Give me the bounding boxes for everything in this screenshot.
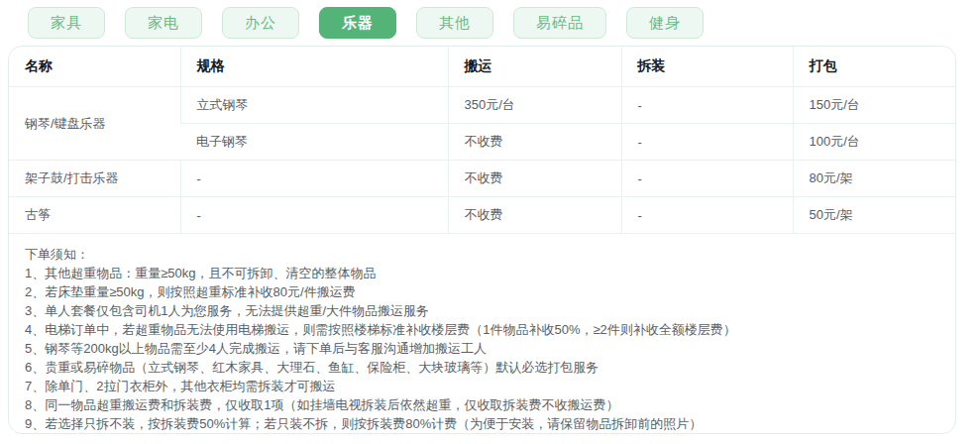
move-fee-cell: 不收费 [448,124,621,161]
pricing-table: 名称 规格 搬运 拆装 打包 钢琴/键盘乐器 立式钢琴 350元/台 - 150… [9,47,956,234]
table-row: 钢琴/键盘乐器 立式钢琴 350元/台 - 150元/台 [9,87,956,124]
pack-fee-cell: 80元/架 [793,161,956,197]
table-row: 古筝 - 不收费 - 50元/架 [9,197,956,234]
item-name-cell: 钢琴/键盘乐器 [9,87,180,161]
tab-appliances[interactable]: 家电 [125,7,202,39]
tab-fragile[interactable]: 易碎品 [513,7,606,39]
tab-other[interactable]: 其他 [416,7,493,39]
note-line: 5、钢琴等200kg以上物品需至少4人完成搬运，请下单后与客服沟通增加搬运工人 [25,339,939,358]
disassembly-cell: - [621,124,793,161]
column-header-disassembly: 拆装 [621,47,793,87]
note-line: 6、贵重或易碎物品（立式钢琴、红木家具、大理石、鱼缸、保险柜、大块玻璃等）默认必… [25,358,939,377]
column-header-move: 搬运 [448,47,621,87]
item-name-cell: 架子鼓/打击乐器 [9,161,180,197]
column-header-spec: 规格 [180,47,448,87]
move-fee-cell: 不收费 [448,161,621,197]
note-line: 1、其他超重物品：重量≥50kg，且不可拆卸、清空的整体物品 [25,264,939,282]
note-line: 8、同一物品超重搬运费和拆装费，仅收取1项（如挂墙电视拆装后依然超重，仅收取拆装… [25,395,939,414]
moving-service-pricing-page: 家具 家电 办公 乐器 其他 易碎品 健身 名称 规格 搬运 拆装 打包 [0,0,980,444]
item-name-cell: 古筝 [9,197,180,234]
column-header-name: 名称 [9,47,180,87]
note-line: 10、若有平台未录入物品，请以客服确认费用为准 [25,433,939,434]
disassembly-cell: - [621,161,793,197]
table-row: 架子鼓/打击乐器 - 不收费 - 80元/架 [9,161,956,197]
move-fee-cell: 不收费 [448,197,621,234]
notes-title: 下单须知： [25,245,939,264]
pack-fee-cell: 50元/架 [793,197,956,234]
spec-cell: 电子钢琴 [180,124,448,161]
table-header-row: 名称 规格 搬运 拆装 打包 [9,47,956,87]
note-line: 2、若床垫重量≥50kg，则按照超重标准补收80元/件搬运费 [25,282,939,301]
tab-fitness[interactable]: 健身 [626,7,704,39]
disassembly-cell: - [621,87,793,124]
note-line: 7、除单门、2拉门衣柜外，其他衣柜均需拆装才可搬运 [25,377,939,395]
move-fee-cell: 350元/台 [448,87,621,124]
tab-office[interactable]: 办公 [222,7,299,39]
tab-furniture[interactable]: 家具 [28,7,105,39]
tab-instruments[interactable]: 乐器 [319,7,396,39]
note-line: 9、若选择只拆不装，按拆装费50%计算；若只装不拆，则按拆装费80%计费（为便于… [25,414,939,433]
spec-cell: - [180,197,448,234]
note-line: 3、单人套餐仅包含司机1人为您服务，无法提供超重/大件物品搬运服务 [25,301,939,320]
spec-cell: 立式钢琴 [180,87,448,124]
column-header-pack: 打包 [793,47,956,87]
pricing-panel: 名称 规格 搬运 拆装 打包 钢琴/键盘乐器 立式钢琴 350元/台 - 150… [8,46,956,434]
spec-cell: - [180,161,448,197]
category-tabs: 家具 家电 办公 乐器 其他 易碎品 健身 [0,0,980,39]
note-line: 4、电梯订单中，若超重物品无法使用电梯搬运，则需按照楼梯标准补收楼层费（1件物品… [25,320,939,339]
order-notes: 下单须知： 1、其他超重物品：重量≥50kg，且不可拆卸、清空的整体物品 2、若… [9,234,955,434]
pack-fee-cell: 100元/台 [793,124,956,161]
disassembly-cell: - [621,197,793,234]
pack-fee-cell: 150元/台 [793,87,956,124]
